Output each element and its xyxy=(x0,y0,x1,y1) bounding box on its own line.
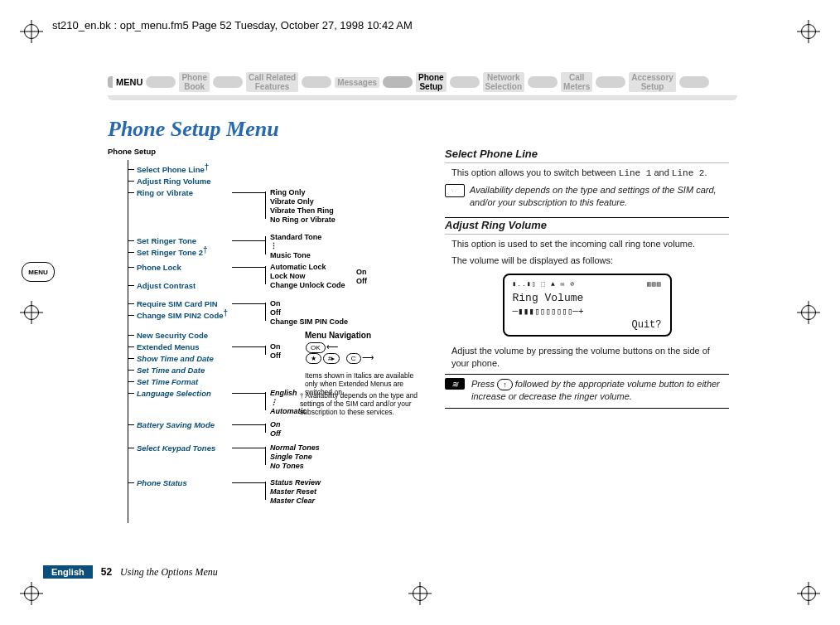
submenu-item: Status Review xyxy=(270,478,321,487)
menu-item: Adjust Contrast xyxy=(128,281,196,290)
menu-item: Set Time Format xyxy=(128,377,198,386)
submenu-item: Change Unlock Code xyxy=(270,281,345,289)
submenu-item: ⋮ xyxy=(270,398,278,406)
submenu-item: Automatic Lock xyxy=(270,263,326,271)
submenu-item: Master Clear xyxy=(270,497,315,505)
menu-badge: MENU xyxy=(22,262,55,282)
menu-item: Adjust Ring Volume xyxy=(128,177,211,186)
submenu-item: Off xyxy=(270,351,281,360)
submenu-item: On xyxy=(270,299,281,308)
submenu-item: English xyxy=(270,389,297,397)
submenu-item: On xyxy=(356,268,367,276)
nav-footnote-2: † Availability depends on the type and s… xyxy=(300,392,428,416)
nav-title: Menu Navigation xyxy=(305,331,371,340)
submenu-item: Single Tone xyxy=(270,453,312,461)
page-footer: English 52 Using the Options Menu xyxy=(43,565,218,579)
body-text: Select Phone Line This option allows you… xyxy=(445,147,729,536)
menu-item: Extended Menus xyxy=(128,342,200,351)
submenu-item: Standard Tone xyxy=(270,233,321,241)
nav-keys: OK⟵ ★#▸ C⟶ xyxy=(305,342,374,364)
submenu-item: On xyxy=(270,342,281,351)
c-key: C xyxy=(346,353,361,364)
submenu-item: Automatic xyxy=(270,407,307,415)
menu-item: Ring or Vibrate xyxy=(128,188,193,197)
menu-accessory-setup: Accessory Setup xyxy=(629,72,676,92)
availability-note: ☞ Availability depends on the type and s… xyxy=(445,184,729,209)
menu-item: Phone Status xyxy=(128,478,187,487)
tip-note: ≋ Press ↑ followed by the appropriate vo… xyxy=(445,378,729,403)
menu-call-meters: Call Meters xyxy=(561,72,592,92)
breadcrumb-menubar: MENU Phone Book Call Related Features Me… xyxy=(108,68,737,96)
submenu-item: Normal Tones xyxy=(270,443,320,452)
note-icon: ☞ xyxy=(445,184,465,197)
menu-tree-diagram: Phone Setup Menu Navigation OK⟵ ★#▸ C⟶ I… xyxy=(108,147,427,536)
menu-item: Set Ringer Tone 2† xyxy=(128,248,208,257)
menu-item: Battery Saving Mode xyxy=(128,420,215,429)
menu-messages: Messages xyxy=(335,77,379,88)
submenu-item: Off xyxy=(270,429,281,438)
submenu-item: On xyxy=(270,420,281,429)
menu-item: Select Phone Line† xyxy=(128,165,209,174)
menu-item: Change SIM PIN2 Code† xyxy=(128,311,228,320)
submenu-item: Off xyxy=(270,308,281,317)
submenu-item: Lock Now xyxy=(270,272,306,280)
page-title: Phone Setup Menu xyxy=(108,117,737,142)
page-number: 52 xyxy=(93,566,120,578)
menu-call-related: Call Related Features xyxy=(246,72,298,92)
menu-phone-setup: Phone Setup xyxy=(416,72,447,92)
section-title: Using the Options Menu xyxy=(120,566,218,579)
h-select-phone-line: Select Phone Line xyxy=(445,147,729,163)
diagram-heading: Phone Setup xyxy=(108,147,156,156)
submenu-item: No Tones xyxy=(270,462,304,470)
menu-label: MENU xyxy=(116,77,142,87)
submenu-item: Music Tone xyxy=(270,251,311,259)
submenu-item: Ring Only xyxy=(270,188,306,196)
language-badge: English xyxy=(43,565,93,579)
submenu-item: Vibrate Then Ring xyxy=(270,206,334,215)
menu-item: Require SIM Card PIN xyxy=(128,299,218,308)
menu-item: Select Keypad Tones xyxy=(128,443,215,453)
menu-item: New Security Code xyxy=(128,331,208,340)
submenu-item: ⋮ xyxy=(270,242,278,250)
submenu-item: No Ring or Vibrate xyxy=(270,216,336,224)
menu-network-selection: Network Selection xyxy=(483,72,524,92)
menu-item: Set Time and Date xyxy=(128,366,205,375)
submenu-item: Change SIM PIN Code xyxy=(270,317,348,326)
ok-key: OK xyxy=(306,342,326,353)
lcd-illustration: ▮..▮▯ ⬚ ▲ ✉ ⊘▥▥▥ Ring Volume ─▮▮▮▯▯▯▯▯▯▯… xyxy=(503,274,672,336)
submenu-item: Master Reset xyxy=(270,487,316,496)
menu-item: Language Selection xyxy=(128,389,211,398)
star-key: ★ xyxy=(306,353,321,364)
h-adjust-ring-volume: Adjust Ring Volume xyxy=(445,217,729,235)
up-key: ↑ xyxy=(497,379,513,390)
submenu-item: Off xyxy=(356,277,367,285)
submenu-item: Vibrate Only xyxy=(270,197,314,206)
menu-item: Set Ringer Tone xyxy=(128,236,196,245)
hash-key: #▸ xyxy=(323,353,340,364)
menu-item: Phone Lock xyxy=(128,263,181,272)
menu-item: Show Time and Date xyxy=(128,354,214,363)
menu-phone-book: Phone Book xyxy=(179,72,210,92)
tip-icon: ≋ xyxy=(445,378,465,390)
